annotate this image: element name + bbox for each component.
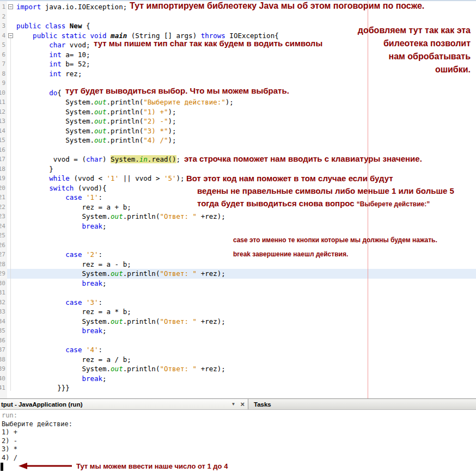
- annotation-line: добовляем тут так как эта: [358, 24, 471, 37]
- line-number-gutter-inner: 1234567891011121314151617181920212223242…: [0, 2, 5, 393]
- tab-dropdown-icon[interactable]: ▼: [231, 402, 235, 407]
- line-number[interactable]: 24: [0, 222, 5, 231]
- code-line[interactable]: System.out.println("Выберите действие:")…: [0, 97, 476, 107]
- fold-collapse-icon[interactable]: −: [8, 4, 13, 9]
- line-number[interactable]: 40: [0, 374, 5, 384]
- line-number[interactable]: 27: [0, 250, 5, 260]
- line-number[interactable]: 33: [0, 307, 5, 317]
- code-line[interactable]: break;: [0, 222, 476, 231]
- output-tab[interactable]: tput - JavaApplication (run) ▼ ×: [0, 399, 248, 409]
- code-editor[interactable]: import java.io.IOException;public class …: [0, 0, 476, 398]
- line-number[interactable]: 5: [0, 40, 5, 50]
- annotation-arrow: [19, 462, 74, 470]
- code-line[interactable]: rez = a / b;: [0, 355, 476, 365]
- output-tab-icons: ▼ ×: [231, 402, 245, 407]
- code-line[interactable]: [0, 336, 476, 346]
- fold-collapse-icon[interactable]: −: [8, 33, 13, 38]
- line-number[interactable]: 1: [0, 2, 5, 12]
- line-number[interactable]: 29: [0, 269, 5, 279]
- code-line[interactable]: System.out.println("Ответ: " +rez);: [0, 212, 476, 222]
- tasks-tab-label: Tasks: [254, 401, 271, 408]
- code-line[interactable]: System.out.println("Ответ: " +rez);: [0, 317, 476, 327]
- line-number[interactable]: 15: [0, 136, 5, 145]
- line-number[interactable]: 19: [0, 174, 5, 183]
- code-line[interactable]: break;: [0, 326, 476, 336]
- annotation-case-note: case это именно те кнопки которые мы дол…: [233, 236, 437, 244]
- code-line[interactable]: System.out.println("Ответ: " +rez);: [0, 364, 476, 374]
- line-number[interactable]: 16: [0, 145, 5, 155]
- annotation-input-note: Тут мы можем ввести наше число от 1 до 4: [76, 462, 228, 470]
- console-line: Выберите действие:: [2, 420, 476, 429]
- line-number[interactable]: 20: [0, 183, 5, 193]
- code-line[interactable]: break;: [0, 279, 476, 288]
- line-number[interactable]: 25: [0, 231, 5, 241]
- line-number[interactable]: 6: [0, 50, 5, 60]
- line-number[interactable]: 36: [0, 336, 5, 346]
- line-number[interactable]: 35: [0, 326, 5, 336]
- line-number[interactable]: 30: [0, 279, 5, 288]
- annotation-line: Вот этот код нам поможет в том случае ес…: [186, 172, 454, 185]
- tasks-tab[interactable]: Tasks: [248, 399, 277, 409]
- line-number[interactable]: 14: [0, 126, 5, 136]
- code-line[interactable]: case '3':: [0, 298, 476, 308]
- line-number[interactable]: 3: [0, 21, 5, 31]
- line-number[interactable]: 37: [0, 345, 5, 355]
- line-number[interactable]: 4: [0, 31, 5, 41]
- line-number[interactable]: 7: [0, 59, 5, 69]
- code-line[interactable]: System.out.println("3) *");: [0, 126, 476, 136]
- code-line[interactable]: System.out.println("1) +");: [0, 107, 476, 117]
- line-number[interactable]: 18: [0, 164, 5, 174]
- code-line[interactable]: System.out.println("4) /");: [0, 136, 476, 145]
- line-number[interactable]: 13: [0, 116, 5, 126]
- code-line[interactable]: rez = a * b;: [0, 307, 476, 317]
- line-number[interactable]: 28: [0, 260, 5, 269]
- console-line: 3) *: [2, 445, 476, 454]
- code-line[interactable]: [0, 12, 476, 22]
- line-number[interactable]: 41: [0, 383, 5, 393]
- line-number[interactable]: 2: [0, 12, 5, 22]
- console-line: 1) +: [2, 428, 476, 437]
- line-number[interactable]: 26: [0, 241, 5, 250]
- code-line[interactable]: System.out.println("Ответ: " +rez);: [0, 269, 476, 279]
- line-number[interactable]: 39: [0, 364, 5, 374]
- tab-close-icon[interactable]: ×: [240, 402, 245, 407]
- annotation-line: тогда будет выводиться снова вопрос “Выб…: [197, 197, 454, 211]
- annotation-read-note: эта строчка поможет нам вводить с клавиа…: [184, 154, 422, 163]
- annotation-do-note: тут будет выводиться выбор. Что мы можем…: [65, 86, 289, 95]
- arrow-left-icon: [19, 462, 74, 470]
- line-number[interactable]: 31: [0, 288, 5, 298]
- code-line[interactable]: [0, 145, 476, 155]
- line-number[interactable]: 34: [0, 317, 5, 327]
- line-number[interactable]: 17: [0, 155, 5, 164]
- annotation-line: ведены не правельные символы либо меньше…: [197, 185, 454, 197]
- line-number[interactable]: 22: [0, 202, 5, 212]
- code-line[interactable]: }}}: [0, 383, 476, 393]
- editor-top-border: [0, 0, 476, 1]
- line-number[interactable]: 32: [0, 298, 5, 308]
- line-number[interactable]: 12: [0, 107, 5, 117]
- line-number-gutter[interactable]: 1234567891011121314151617181920212223242…: [0, 0, 7, 398]
- text-caret: [1, 463, 3, 471]
- code-line[interactable]: System.out.println("2) -");: [0, 116, 476, 126]
- fold-guide-line: [10, 38, 11, 391]
- line-number[interactable]: 11: [0, 97, 5, 107]
- line-number[interactable]: 21: [0, 193, 5, 202]
- code-line[interactable]: rez = a - b;: [0, 260, 476, 269]
- line-number[interactable]: 8: [0, 69, 5, 79]
- console-line: 2) -: [2, 437, 476, 446]
- code-line[interactable]: break;: [0, 374, 476, 384]
- annotation-line: билеотека позволит: [358, 37, 471, 50]
- line-number[interactable]: 9: [0, 78, 5, 88]
- annotation-library-note: добовляем тут так как эта билеотека позв…: [358, 24, 471, 76]
- output-window-header: tput - JavaApplication (run) ▼ × Tasks: [0, 398, 476, 410]
- line-number[interactable]: 38: [0, 355, 5, 365]
- annotation-line: ошибки.: [358, 63, 471, 76]
- output-console-lines: run:Выберите действие:1) +2) -3) *4) /: [2, 411, 476, 462]
- console-line: 4) /: [2, 454, 476, 463]
- line-number[interactable]: 10: [0, 88, 5, 98]
- code-line[interactable]: case '4':: [0, 345, 476, 355]
- annotation-text: тогда будет выводиться снова вопрос: [197, 199, 355, 208]
- code-line[interactable]: [0, 288, 476, 298]
- line-number[interactable]: 23: [0, 212, 5, 222]
- annotation-while-note: Вот этот код нам поможет в том случае ес…: [186, 172, 454, 211]
